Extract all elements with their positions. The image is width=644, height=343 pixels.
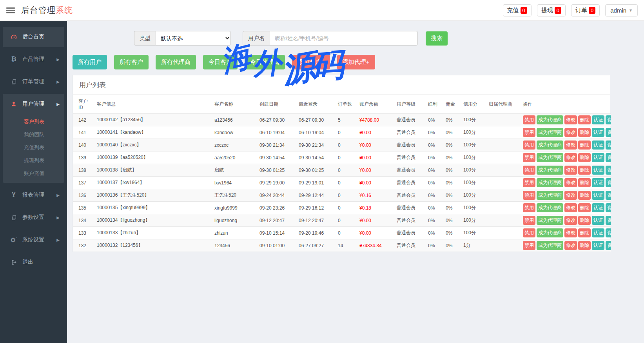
become-agent-button[interactable]: 成为代理商	[537, 203, 563, 212]
quick-all-customers-button[interactable]: 所有客户	[114, 55, 149, 69]
disable-button[interactable]: 禁用	[523, 191, 535, 200]
disable-button[interactable]: 禁用	[523, 128, 535, 137]
edit-button[interactable]: 修改	[564, 203, 577, 212]
funds-button[interactable]: 资金	[606, 216, 611, 225]
funds-button[interactable]: 资金	[606, 140, 611, 150]
sidebar-item-logout[interactable]: 退出	[3, 252, 64, 272]
become-agent-button[interactable]: 成为代理商	[537, 166, 563, 175]
funds-button[interactable]: 资金	[606, 178, 611, 187]
sidebar-item-params[interactable]: 参数设置▶	[3, 207, 64, 228]
cell-balance: ¥0.00	[357, 177, 394, 189]
become-agent-button[interactable]: 成为代理商	[537, 191, 563, 200]
verify-button[interactable]: 认证	[592, 191, 604, 200]
edit-button[interactable]: 修改	[564, 115, 577, 124]
verify-button[interactable]: 认证	[592, 216, 604, 225]
delete-button[interactable]: 删除	[578, 128, 591, 137]
become-agent-button[interactable]: 成为代理商	[537, 178, 563, 187]
column-header: 佣金	[443, 95, 461, 114]
edit-button[interactable]: 修改	[564, 178, 577, 187]
funds-button[interactable]: 资金	[606, 166, 611, 175]
search-button[interactable]: 搜索	[426, 31, 448, 46]
cell-agent	[486, 177, 521, 189]
verify-button[interactable]: 认证	[592, 153, 604, 162]
verify-button[interactable]: 认证	[592, 128, 604, 137]
become-agent-button[interactable]: 成为代理商	[537, 241, 563, 250]
disable-button[interactable]: 禁用	[523, 228, 535, 237]
sidebar-subitem-customer-list[interactable]: 客户列表	[3, 115, 64, 128]
edit-button[interactable]: 修改	[564, 216, 577, 225]
verify-button[interactable]: 认证	[592, 140, 604, 150]
disable-button[interactable]: 禁用	[523, 153, 535, 162]
sidebar-subitem-recharge-list[interactable]: 充值列表	[3, 141, 64, 154]
disable-button[interactable]: 禁用	[523, 216, 535, 225]
edit-button[interactable]: 修改	[564, 153, 577, 162]
table-header-row: 客户ID客户信息客户名称创建日期最近登录订单数账户余额用户等级红利佣金信用分归属…	[73, 95, 611, 114]
sidebar-item-home[interactable]: 后台首页	[3, 27, 64, 47]
sidebar-item-users[interactable]: 用户管理▶	[3, 94, 64, 114]
disable-button[interactable]: 禁用	[523, 241, 535, 250]
become-agent-button[interactable]: 成为代理商	[537, 153, 563, 162]
delete-button[interactable]: 删除	[578, 203, 591, 212]
funds-button[interactable]: 资金	[606, 153, 611, 162]
become-agent-button[interactable]: 成为代理商	[537, 216, 563, 225]
brand-primary: 后台管理	[21, 5, 56, 15]
disable-button[interactable]: 禁用	[523, 115, 535, 124]
delete-button[interactable]: 删除	[578, 178, 591, 187]
quick-today-agents-button[interactable]: 今日代理商	[245, 55, 285, 69]
edit-button[interactable]: 修改	[564, 140, 577, 150]
become-agent-button[interactable]: 成为代理商	[537, 228, 563, 237]
delete-button[interactable]: 删除	[578, 216, 591, 225]
disable-button[interactable]: 禁用	[523, 166, 535, 175]
cell-info: 10000137【lxw1964】	[94, 177, 212, 189]
sidebar-item-products[interactable]: ₿产品管理▶	[3, 49, 64, 69]
username-input[interactable]	[270, 31, 418, 46]
delete-button[interactable]: 删除	[578, 153, 591, 162]
become-agent-button[interactable]: 成为代理商	[537, 140, 563, 150]
delete-button[interactable]: 删除	[578, 191, 591, 200]
quick-today-customers-button[interactable]: 今日客户	[203, 55, 238, 69]
verify-button[interactable]: 认证	[592, 203, 604, 212]
edit-button[interactable]: 修改	[564, 128, 577, 137]
funds-button[interactable]: 资金	[606, 228, 611, 237]
withdraw-button[interactable]: 提现0	[537, 4, 566, 16]
verify-button[interactable]: 认证	[592, 166, 604, 175]
sidebar-item-orders[interactable]: 订单管理▶	[3, 71, 64, 92]
sidebar-subitem-withdraw-list[interactable]: 提现列表	[3, 154, 64, 167]
funds-button[interactable]: 资金	[606, 128, 611, 137]
verify-button[interactable]: 认证	[592, 115, 604, 124]
disable-button[interactable]: 禁用	[523, 178, 535, 187]
quick-add-customer-button[interactable]: 添加客户+	[292, 55, 330, 69]
delete-button[interactable]: 删除	[578, 241, 591, 250]
type-select[interactable]: 默认不选	[156, 31, 231, 46]
sidebar-subitem-account-recharge[interactable]: 账户充值	[3, 167, 64, 180]
edit-button[interactable]: 修改	[564, 241, 577, 250]
quick-add-agent-button[interactable]: 添加代理+	[337, 55, 375, 69]
sidebar-item-system[interactable]: ⚙°系统设置▶	[3, 230, 64, 250]
become-agent-button[interactable]: 成为代理商	[537, 115, 563, 124]
funds-button[interactable]: 资金	[606, 241, 611, 250]
edit-button[interactable]: 修改	[564, 228, 577, 237]
disable-button[interactable]: 禁用	[523, 203, 535, 212]
quick-all-agents-button[interactable]: 所有代理商	[156, 55, 196, 69]
hamburger-menu-icon[interactable]	[6, 7, 15, 13]
sidebar-item-reports[interactable]: ¥报表管理▶	[3, 185, 64, 205]
verify-button[interactable]: 认证	[592, 228, 604, 237]
edit-button[interactable]: 修改	[564, 166, 577, 175]
sidebar-subitem-my-team[interactable]: 我的团队	[3, 128, 64, 141]
funds-button[interactable]: 资金	[606, 203, 611, 212]
edit-button[interactable]: 修改	[564, 191, 577, 200]
recharge-button[interactable]: 充值0	[503, 4, 532, 16]
become-agent-button[interactable]: 成为代理商	[537, 128, 563, 137]
admin-dropdown[interactable]: admin ▼	[605, 4, 638, 16]
funds-button[interactable]: 资金	[606, 115, 611, 124]
funds-button[interactable]: 资金	[606, 191, 611, 200]
quick-all-users-button[interactable]: 所有用户	[73, 55, 107, 69]
orders-button[interactable]: 订单0	[571, 4, 600, 16]
verify-button[interactable]: 认证	[592, 241, 604, 250]
delete-button[interactable]: 删除	[578, 140, 591, 150]
verify-button[interactable]: 认证	[592, 178, 604, 187]
delete-button[interactable]: 删除	[578, 166, 591, 175]
delete-button[interactable]: 删除	[578, 115, 591, 124]
disable-button[interactable]: 禁用	[523, 140, 535, 150]
delete-button[interactable]: 删除	[578, 228, 591, 237]
